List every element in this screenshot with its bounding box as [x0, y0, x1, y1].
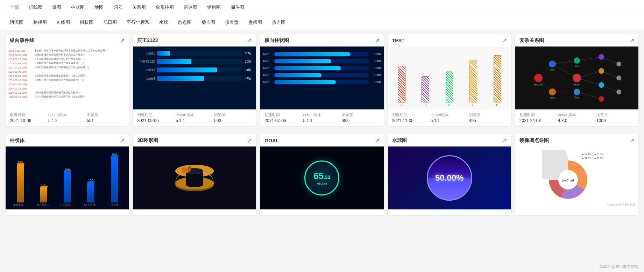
nav-scatter[interactable]: 散点图 — [174, 18, 196, 27]
nav-sankey[interactable]: 桑吉图 — [197, 18, 219, 27]
svg-text:节点C: 节点C — [574, 96, 580, 99]
card-title-5: 复杂关系图 — [519, 37, 544, 44]
nav-tree[interactable]: 树状图 — [76, 18, 98, 27]
link-icon-1[interactable]: ↗ — [120, 37, 125, 44]
link-icon-5[interactable]: ↗ — [630, 37, 634, 44]
card-title-3: 横向柱状图 — [264, 37, 289, 44]
card-preview-6: 250南越王宮博물館100南方元宮博물館200广三元宮博물館130T了次宮博물館… — [6, 146, 129, 209]
card-goal: GOAL ↗ 65.23 vision — [260, 134, 383, 215]
nav-heatmap[interactable]: 热力图 — [268, 18, 290, 27]
svg-text:相关A: 相关A — [550, 69, 555, 71]
svg-point-28 — [616, 62, 621, 66]
nav-all[interactable]: 全部 — [6, 3, 23, 12]
nav-wordcloud[interactable]: 词云 — [109, 3, 127, 12]
footer-val-31: 2021-07-06 — [264, 118, 302, 123]
card-preview-8: 65.23 vision — [260, 146, 383, 209]
footer-label-23: 浏览量 — [214, 112, 252, 117]
nav-funnel[interactable]: 漏斗图 — [226, 3, 248, 12]
nav-path[interactable]: 路径图 — [29, 18, 51, 27]
footer-label-52: echart版本 — [558, 112, 596, 117]
footer-label-31: 创建时间 — [264, 112, 302, 117]
svg-line-9 — [601, 57, 619, 64]
svg-line-3 — [552, 64, 577, 78]
footer-val-41: 2021-11-05 — [392, 118, 430, 123]
card-ring3d: 3D环形图 ↗ — [133, 134, 256, 215]
svg-text:核心B: 核心B — [574, 83, 580, 86]
card-relation: 复杂关系图 ↗ 核心人物相关A相关B节点核心B节点C 创建时间 echart版本… — [515, 34, 638, 126]
card-preview-2: user110场4654513220场user364场user444场 — [133, 46, 256, 109]
nav-bar[interactable]: 柱状图 — [67, 3, 89, 12]
card-footer-1: 创建时间 echart版本 浏览量 2021-10-06 5.1.2 551 — [6, 109, 129, 126]
nav-parallel[interactable]: 平行坐标系 — [122, 18, 154, 27]
nav-map[interactable]: 地图 — [90, 3, 108, 12]
card-preview-5: 核心人物相关A相关B节点核心B节点C — [515, 46, 638, 109]
card-footer-4: 创建时间 echart版本 浏览量 2021-11-05 5.1.1 495 — [388, 109, 511, 126]
water-content: 50.00% — [427, 155, 472, 201]
card-title-10: 镜像圆点饼图 — [519, 137, 549, 144]
svg-text:相关B: 相关B — [550, 96, 555, 99]
footer-val-21: 2021-09-06 — [137, 118, 175, 123]
svg-text:■ 23.4%: ■ 23.4% — [582, 153, 591, 156]
svg-point-30 — [616, 90, 621, 94]
card-preview-10: ■ 23.4% ■ 10.0% ■ 34.5% ■ 32.1% pieChart… — [515, 146, 638, 209]
card-vbar: TEST ↗ ABCDE 创建时间 echart版本 浏览量 2021-11-0… — [388, 34, 511, 126]
link-icon-8[interactable]: ↗ — [375, 137, 380, 144]
link-icon-3[interactable]: ↗ — [375, 37, 380, 44]
nav-gauge[interactable]: 仪表盘 — [221, 18, 243, 27]
svg-point-18 — [574, 57, 580, 64]
footer-val-12: 5.1.2 — [48, 118, 86, 123]
svg-text:■ 32.1%: ■ 32.1% — [594, 157, 603, 159]
card-title-6: 柱状体 — [10, 137, 24, 144]
nav-radar[interactable]: 雷达图 — [179, 3, 201, 12]
card-footer-6 — [6, 209, 129, 215]
card-bar3d: 柱状体 ↗ 250南越王宮博물館100南方元宮博물館200广三元宮博물館130T… — [6, 134, 129, 215]
svg-point-29 — [616, 76, 621, 80]
card-preview-9: 50.00% — [388, 146, 511, 209]
footer-label-43: 浏览量 — [469, 112, 507, 117]
card-header-3: 横向柱状图 ↗ — [260, 34, 383, 46]
card-preview-4: ABCDE — [388, 46, 511, 109]
link-icon-6[interactable]: ↗ — [120, 137, 125, 144]
card-footer-10 — [515, 209, 638, 215]
nav-pictorial[interactable]: 象形柱图 — [151, 3, 178, 12]
nav-row2: 河流图 路径图 K 线图 树状图 旭日图 平行坐标系 水球 散点图 桑吉图 仪表… — [0, 15, 644, 30]
nav-row1: 全部 折线图 饼图 柱状图 地图 词云 关系图 象形柱图 雷达图 矩树图 漏斗图 — [0, 0, 644, 15]
card-preview-7 — [133, 146, 256, 209]
svg-point-12 — [534, 74, 543, 82]
svg-line-2 — [552, 60, 577, 64]
footer-val-42: 5.1.1 — [431, 118, 468, 123]
card-title-9: 水球图 — [392, 137, 407, 144]
svg-point-20 — [573, 74, 581, 82]
link-icon-10[interactable]: ↗ — [630, 137, 634, 144]
cards-row1: 纵向事件线 ↗ 2018-7-16 10時【信息】四省市下一步一步深圳市全面达到… — [0, 30, 644, 130]
nav-boxplot[interactable]: 盒须图 — [244, 18, 266, 27]
link-icon-2[interactable]: ↗ — [247, 37, 252, 44]
link-icon-9[interactable]: ↗ — [502, 137, 507, 144]
nav-kline[interactable]: K 线图 — [52, 18, 74, 27]
footer-label-41: 创建时间 — [392, 112, 430, 117]
nav-pie[interactable]: 饼图 — [48, 3, 65, 12]
footer-label-53: 浏览量 — [596, 112, 634, 117]
nav-treemap[interactable]: 矩树图 — [203, 3, 225, 12]
link-icon-4[interactable]: ↗ — [502, 37, 507, 44]
footer-val-53: 1009 — [596, 118, 634, 123]
nav-waterball[interactable]: 水球 — [155, 18, 172, 27]
nav-sunburst[interactable]: 旭日图 — [99, 18, 121, 27]
card-header-10: 镜像圆点饼图 ↗ — [515, 134, 638, 146]
svg-line-8 — [577, 92, 601, 99]
link-icon-7[interactable]: ↗ — [247, 137, 252, 144]
footer-label-51: 创建时间 — [519, 112, 557, 117]
svg-text:节点: 节点 — [575, 65, 579, 67]
nav-relation[interactable]: 关系图 — [128, 3, 150, 12]
nav-line[interactable]: 折线图 — [24, 3, 47, 12]
card-header-6: 柱状体 ↗ — [6, 134, 129, 146]
goal-number: 65.23 — [313, 171, 330, 181]
nav-river[interactable]: 河流图 — [6, 18, 28, 27]
svg-point-25 — [599, 68, 604, 74]
card-preview-3: team6000team6000team6000team6000team6000 — [260, 46, 383, 109]
footer-val-23: 593 — [214, 118, 252, 123]
card-title-2: 宾王2123 — [137, 37, 158, 44]
svg-point-26 — [599, 82, 604, 88]
cards-row2: 柱状体 ↗ 250南越王宮博물館100南方元宮博물館200广三元宮博물館130T… — [0, 130, 644, 219]
svg-point-22 — [574, 89, 580, 95]
